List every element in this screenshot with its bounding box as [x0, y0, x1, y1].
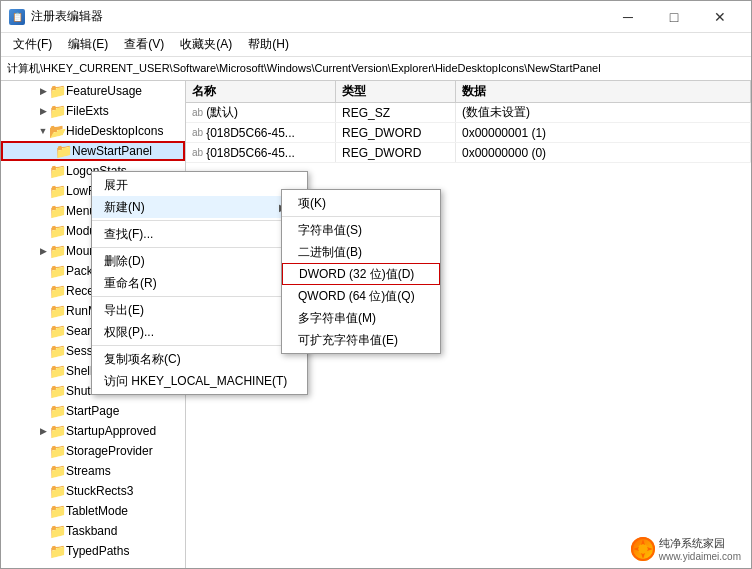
address-path: 计算机\HKEY_CURRENT_USER\Software\Microsoft… — [7, 61, 601, 76]
tree-item-taskband[interactable]: 📁 Taskband — [1, 521, 185, 541]
folder-icon: 📁 — [49, 423, 66, 439]
folder-icon: 📁 — [49, 463, 66, 479]
folder-icon: 📁 — [49, 103, 66, 119]
ctx-new[interactable]: 新建(N) ▶ — [92, 196, 307, 218]
cell-type: REG_DWORD — [336, 123, 456, 142]
menu-help[interactable]: 帮助(H) — [240, 34, 297, 55]
ctx-rename[interactable]: 重命名(R) — [92, 272, 307, 294]
watermark-logo-svg — [631, 537, 655, 561]
ctx-permissions[interactable]: 权限(P)... — [92, 321, 307, 343]
table-row[interactable]: ab {018D5C66-45... REG_DWORD 0x00000001 … — [186, 123, 751, 143]
ctx-delete[interactable]: 删除(D) — [92, 250, 307, 272]
ctx-separator-1 — [92, 220, 307, 221]
tree-item-streams[interactable]: 📁 Streams — [1, 461, 185, 481]
cell-name-text: {018D5C66-45... — [206, 146, 295, 160]
tree-label: NewStartPanel — [72, 144, 152, 158]
tree-arrow: ▶ — [37, 85, 49, 97]
submenu-item-string-label: 字符串值(S) — [298, 222, 362, 239]
col-header-type: 类型 — [336, 81, 456, 102]
minimize-button[interactable]: ─ — [605, 1, 651, 33]
watermark-text: 纯净系统家园 www.yidaimei.com — [659, 536, 741, 562]
ctx-find[interactable]: 查找(F)... — [92, 223, 307, 245]
table-row[interactable]: ab {018D5C66-45... REG_DWORD 0x00000000 … — [186, 143, 751, 163]
tree-item-featureusage[interactable]: ▶ 📁 FeatureUsage — [1, 81, 185, 101]
folder-icon: 📁 — [49, 223, 66, 239]
svg-point-1 — [638, 544, 648, 554]
ctx-separator-3 — [92, 296, 307, 297]
folder-icon: 📁 — [49, 503, 66, 519]
folder-icon: 📁 — [49, 343, 66, 359]
tree-label: StuckRects3 — [66, 484, 133, 498]
tree-label: StartPage — [66, 404, 119, 418]
ctx-find-label: 查找(F)... — [104, 226, 153, 243]
tree-item-typedpaths[interactable]: 📁 TypedPaths — [1, 541, 185, 561]
tree-item-storageprovider[interactable]: 📁 StorageProvider — [1, 441, 185, 461]
tree-label: Taskband — [66, 524, 117, 538]
folder-icon: 📁 — [49, 483, 66, 499]
watermark: 纯净系统家园 www.yidaimei.com — [625, 534, 747, 564]
cell-name: ab {018D5C66-45... — [186, 123, 336, 142]
table-row[interactable]: ab (默认) REG_SZ (数值未设置) — [186, 103, 751, 123]
ctx-export-label: 导出(E) — [104, 302, 144, 319]
ctx-new-label: 新建(N) — [104, 199, 145, 216]
ctx-copy-name-label: 复制项名称(C) — [104, 351, 181, 368]
title-bar-left: 📋 注册表编辑器 — [9, 8, 103, 25]
tree-arrow: ▶ — [37, 425, 49, 437]
registry-editor-window: 📋 注册表编辑器 ─ □ ✕ 文件(F) 编辑(E) 查看(V) 收藏夹(A) … — [0, 0, 752, 569]
ctx-delete-label: 删除(D) — [104, 253, 145, 270]
folder-icon: 📁 — [49, 303, 66, 319]
table-header: 名称 类型 数据 — [186, 81, 751, 103]
ctx-access-hklm[interactable]: 访问 HKEY_LOCAL_MACHINE(T) — [92, 370, 307, 392]
submenu-new: 项(K) 字符串值(S) 二进制值(B) DWORD (32 位)值(D) QW… — [281, 189, 441, 354]
tree-arrow: ▼ — [37, 125, 49, 137]
menu-file[interactable]: 文件(F) — [5, 34, 60, 55]
folder-icon: 📁 — [49, 203, 66, 219]
menu-edit[interactable]: 编辑(E) — [60, 34, 116, 55]
watermark-line2: www.yidaimei.com — [659, 551, 741, 562]
folder-icon: 📁 — [49, 443, 66, 459]
folder-icon: 📁 — [49, 323, 66, 339]
title-bar: 📋 注册表编辑器 ─ □ ✕ — [1, 1, 751, 33]
submenu-item-dword[interactable]: DWORD (32 位)值(D) — [282, 263, 440, 285]
submenu-item-binary-label: 二进制值(B) — [298, 244, 362, 261]
folder-icon: 📁 — [49, 183, 66, 199]
folder-icon: 📁 — [55, 143, 72, 159]
menu-favorites[interactable]: 收藏夹(A) — [172, 34, 240, 55]
submenu-item-key-label: 项(K) — [298, 195, 326, 212]
tree-item-startpage[interactable]: 📁 StartPage — [1, 401, 185, 421]
submenu-separator-1 — [282, 216, 440, 217]
submenu-item-expandstring-label: 可扩充字符串值(E) — [298, 332, 398, 349]
maximize-button[interactable]: □ — [651, 1, 697, 33]
ctx-copy-name[interactable]: 复制项名称(C) — [92, 348, 307, 370]
cell-type: REG_SZ — [336, 103, 456, 122]
submenu-item-string[interactable]: 字符串值(S) — [282, 219, 440, 241]
submenu-item-qword[interactable]: QWORD (64 位)值(Q) — [282, 285, 440, 307]
menu-view[interactable]: 查看(V) — [116, 34, 172, 55]
col-header-data: 数据 — [456, 81, 751, 102]
tree-item-fileexts[interactable]: ▶ 📁 FileExts — [1, 101, 185, 121]
title-bar-buttons: ─ □ ✕ — [605, 1, 743, 33]
tree-item-stuckrects3[interactable]: 📁 StuckRects3 — [1, 481, 185, 501]
window-title: 注册表编辑器 — [31, 8, 103, 25]
folder-icon: 📁 — [49, 263, 66, 279]
tree-item-hidedesktopicons[interactable]: ▼ 📂 HideDesktopIcons — [1, 121, 185, 141]
tree-label: TypedPaths — [66, 544, 129, 558]
submenu-item-multistring[interactable]: 多字符串值(M) — [282, 307, 440, 329]
tree-item-newstartpanel[interactable]: 📁 NewStartPanel — [1, 141, 185, 161]
ctx-expand-label: 展开 — [104, 177, 128, 194]
context-menu: 展开 新建(N) ▶ 查找(F)... 删除(D) — [91, 171, 308, 395]
tree-label: TabletMode — [66, 504, 128, 518]
ctx-export[interactable]: 导出(E) — [92, 299, 307, 321]
submenu-item-key[interactable]: 项(K) — [282, 192, 440, 214]
context-menu-container: 展开 新建(N) ▶ 查找(F)... 删除(D) — [91, 171, 308, 395]
tree-item-tabletmode[interactable]: 📁 TabletMode — [1, 501, 185, 521]
tree-label: FileExts — [66, 104, 109, 118]
submenu-item-expandstring[interactable]: 可扩充字符串值(E) — [282, 329, 440, 351]
close-button[interactable]: ✕ — [697, 1, 743, 33]
tree-label: StartupApproved — [66, 424, 156, 438]
tree-item-startupapproved[interactable]: ▶ 📁 StartupApproved — [1, 421, 185, 441]
submenu-item-binary[interactable]: 二进制值(B) — [282, 241, 440, 263]
folder-icon: 📁 — [49, 243, 66, 259]
ctx-expand[interactable]: 展开 — [92, 174, 307, 196]
folder-icon: 📁 — [49, 283, 66, 299]
